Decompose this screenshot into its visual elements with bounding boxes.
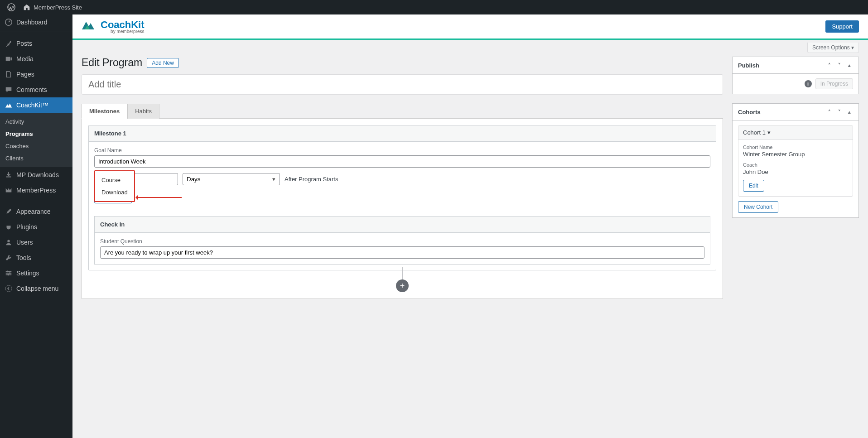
svg-point-5 [7,274,9,276]
cohorts-title: Cohorts [738,109,761,116]
admin-sidebar: Dashboard Posts Media Pages Comments Coa… [0,14,72,438]
svg-point-2 [7,240,10,242]
student-question-input[interactable] [100,246,704,259]
brand-bar: CoachKit by memberpress Support [72,14,868,40]
svg-point-6 [5,285,12,292]
menu-plugins[interactable]: Plugins [0,219,72,235]
page-icon [5,70,13,78]
milestone-header: Milestone 1 [89,125,716,142]
move-up-icon[interactable]: ˄ [826,62,833,69]
move-up-icon[interactable]: ˄ [826,108,833,116]
after-program-starts-text: After Program Starts [285,176,338,183]
menu-tools[interactable]: Tools [0,250,72,265]
submenu-clients[interactable]: Clients [0,152,72,164]
home-icon [23,3,31,11]
sliders-icon [5,269,13,277]
menu-comments[interactable]: Comments [0,82,72,97]
new-cohort-button[interactable]: New Cohort [738,201,778,213]
student-question-label: Student Question [100,238,704,245]
coach-label: Coach [743,162,848,168]
checkin-card: Check In Student Question [94,216,710,265]
publish-title: Publish [738,62,759,69]
screen-options-toggle[interactable]: Screen Options ▾ [807,43,859,53]
svg-point-3 [7,271,9,273]
media-icon [5,55,13,63]
wrench-icon [5,254,13,262]
goal-name-label: Goal Name [94,147,710,154]
edit-cohort-button[interactable]: Edit [743,180,764,192]
pin-icon [5,39,13,48]
add-new-dropdown: Course Download [94,170,135,202]
info-icon[interactable]: i [805,80,812,87]
menu-users[interactable]: Users [0,235,72,250]
menu-pages[interactable]: Pages [0,67,72,82]
dropdown-course[interactable]: Course [95,174,134,186]
logo-mountain-icon [82,20,98,30]
menu-coachkit[interactable]: CoachKit™ [0,97,72,113]
plug-icon [5,223,13,231]
wordpress-icon [7,3,15,11]
download-icon [5,171,13,179]
tab-habits[interactable]: Habits [127,104,159,119]
add-new-program-button[interactable]: Add New [147,58,179,68]
move-down-icon[interactable]: ˅ [836,108,843,116]
submenu-programs[interactable]: Programs [0,128,72,140]
checkin-header: Check In [95,217,710,233]
submenu-activity[interactable]: Activity [0,116,72,128]
dropdown-download[interactable]: Download [95,186,134,198]
cohort-item: Cohort 1 ▾ Cohort Name Winter Semester G… [738,125,853,197]
dashboard-icon [5,18,13,26]
annotation-arrow [136,197,182,198]
tab-milestones[interactable]: Milestones [82,104,127,119]
menu-memberpress[interactable]: MemberPress [0,183,72,198]
admin-bar: MemberPress Site [0,0,868,14]
menu-dashboard[interactable]: Dashboard [0,14,72,30]
cohort-item-header[interactable]: Cohort 1 ▾ [738,125,853,140]
support-button[interactable]: Support [825,20,859,33]
site-name: MemberPress Site [34,4,82,11]
tabs: Milestones Habits [82,104,723,119]
menu-collapse[interactable]: Collapse menu [0,281,72,296]
caret-down-icon: ▾ [767,129,771,136]
site-link[interactable]: MemberPress Site [19,3,86,11]
coachkit-submenu: Activity Programs Coaches Clients [0,113,72,167]
cohort-name-value: Winter Semester Group [743,151,848,158]
brush-icon [5,207,13,216]
comment-icon [5,86,13,94]
menu-media[interactable]: Media [0,51,72,67]
cohort-name-label: Cohort Name [743,144,848,150]
publish-postbox: Publish ˄ ˅ ▴ i In Progress [732,57,859,94]
add-milestone-button[interactable]: + [396,279,409,292]
goal-due-unit-select[interactable]: Days [183,173,280,185]
coach-value: John Doe [743,168,848,175]
wp-logo[interactable] [4,3,19,11]
user-icon [5,238,13,246]
menu-mp-downloads[interactable]: MP Downloads [0,167,72,183]
menu-posts[interactable]: Posts [0,36,72,51]
goal-name-input[interactable] [94,155,710,168]
mountain-icon [5,101,13,109]
memberpress-icon [5,186,13,194]
collapse-icon [5,284,13,293]
program-title-input[interactable] [82,74,723,95]
toggle-icon[interactable]: ▴ [846,62,853,69]
plus-icon: + [400,281,405,291]
svg-point-4 [9,272,11,274]
page-title: Edit Program [82,57,142,69]
menu-appearance[interactable]: Appearance [0,204,72,219]
submenu-coaches[interactable]: Coaches [0,140,72,152]
move-down-icon[interactable]: ˅ [836,62,843,69]
cohorts-postbox: Cohorts ˄ ˅ ▴ Cohort 1 ▾ [732,103,859,218]
menu-settings[interactable]: Settings [0,265,72,281]
toggle-icon[interactable]: ▴ [846,108,853,116]
milestone-card: Milestone 1 Goal Name Course Download [88,125,716,270]
status-button[interactable]: In Progress [815,78,853,89]
